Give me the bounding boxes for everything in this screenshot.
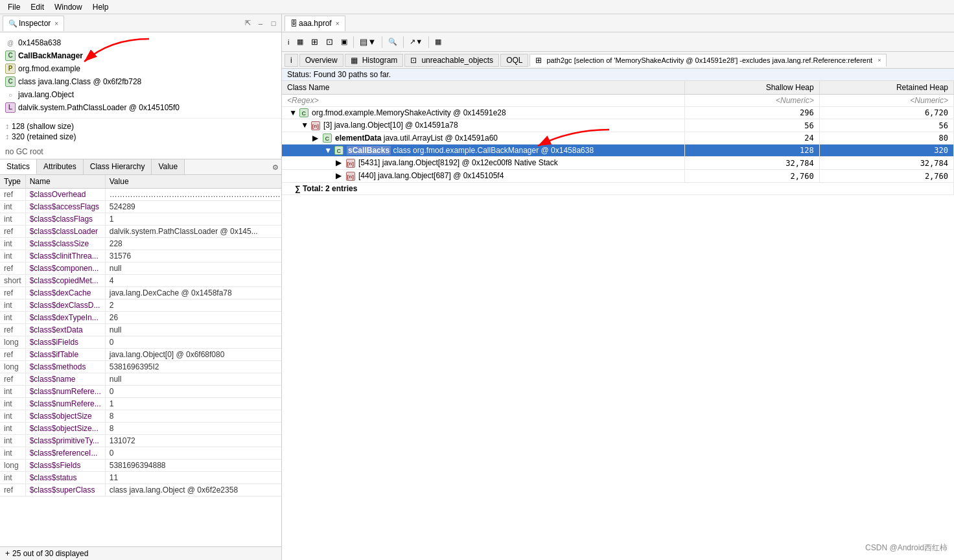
tree-toggle[interactable]: ▶: [336, 171, 343, 180]
maximize-btn[interactable]: □: [268, 18, 279, 29]
table-row[interactable]: ▶ [n] [440] java.lang.Object[687] @ 0x14…: [282, 170, 954, 183]
table-row[interactable]: int $class$referenceI... 0: [0, 447, 281, 460]
cell-value: 1: [105, 398, 281, 410]
tab-attributes[interactable]: Attributes: [37, 159, 84, 174]
tree-toggle[interactable]: ▶: [336, 158, 343, 167]
toolbar-leak-btn[interactable]: ▣: [338, 35, 351, 49]
table-row[interactable]: long $class$methods 5381696395I2: [0, 361, 281, 373]
tab-statics[interactable]: Statics: [0, 159, 37, 174]
tab-class-hierarchy[interactable]: Class Hierarchy: [84, 159, 152, 174]
toolbar-consumers-btn[interactable]: ⊡: [323, 35, 336, 49]
cell-name: $class$copiedMet...: [25, 275, 105, 287]
inspector-classref: class java.lang.Class @ 0x6f2fb728: [18, 77, 141, 86]
tree-toggle[interactable]: ▶: [312, 134, 320, 143]
table-row[interactable]: ▼ [n] [3] java.lang.Object[10] @ 0x14591…: [282, 119, 954, 132]
expand-icon[interactable]: +: [5, 549, 10, 558]
toolbar-inspector-btn[interactable]: i: [285, 35, 292, 49]
cell-retained: 80: [819, 132, 953, 145]
table-row[interactable]: ▶ C elementData java.util.ArrayList @ 0x…: [282, 132, 954, 145]
toolbar-chart-btn[interactable]: ▦: [432, 35, 445, 49]
numeric-cell-2[interactable]: <Numeric>: [819, 95, 953, 107]
table-row[interactable]: int $class$clinitThrea... 31576: [0, 250, 281, 262]
cell-type: long: [0, 460, 25, 472]
table-settings-icon[interactable]: ⚙: [272, 163, 279, 171]
sub-tab-overview[interactable]: Overview: [299, 54, 343, 67]
table-row[interactable]: int $class$classSize 228: [0, 238, 281, 250]
table-row[interactable]: int $class$dexClassD... 2: [0, 299, 281, 312]
table-row[interactable]: ref $class$superClass class java.lang.Ob…: [0, 484, 281, 496]
table-row[interactable]: int $class$accessFlags 524289: [0, 201, 281, 213]
sub-tab-path2gc[interactable]: ⊞ path2gc [selection of 'MemoryShakeActi…: [529, 54, 887, 67]
cell-value: 228: [105, 238, 281, 250]
toolbar-histogram-btn[interactable]: ▦: [294, 35, 307, 49]
menu-window[interactable]: Window: [49, 1, 87, 13]
toolbar-dropdown1-btn[interactable]: ▤▼: [356, 35, 379, 49]
sub-tab-histogram[interactable]: ▦ Histogram: [345, 54, 404, 67]
table-row[interactable]: int $class$classFlags 1: [0, 213, 281, 226]
hprof-tab[interactable]: 🗄 aaa.hprof ×: [285, 16, 345, 31]
menu-help[interactable]: Help: [87, 1, 114, 13]
table-row[interactable]: ▼ C org.fmod.example.MemoryShakeActivity…: [282, 107, 954, 119]
cell-type: ref: [0, 262, 25, 275]
table-row[interactable]: int $class$dexTypeIn... 26: [0, 312, 281, 324]
toolbar-dominator-btn[interactable]: ⊞: [308, 35, 321, 49]
table-row[interactable]: int $class$numRefere... 0: [0, 386, 281, 398]
path2gc-close[interactable]: ×: [878, 57, 881, 64]
inspector-object: java.lang.Object: [18, 90, 74, 99]
class-icon: C: [334, 146, 343, 155]
tree-toggle[interactable]: ▼: [301, 121, 308, 130]
total-label: ∑ Total: 2 entries: [282, 183, 954, 195]
minimize-btn[interactable]: ⇱: [242, 18, 253, 29]
table-row[interactable]: ref $classOverhead …………………………………………………………: [0, 189, 281, 201]
inspector-loader-row[interactable]: L dalvik.system.PathClassLoader @ 0x1451…: [5, 101, 276, 114]
table-row[interactable]: long $class$iFields 0: [0, 336, 281, 349]
hprof-tab-close[interactable]: ×: [336, 20, 340, 27]
table-row[interactable]: ref $class$classLoader dalvik.system.Pat…: [0, 226, 281, 238]
table-row[interactable]: ref $class$extData null: [0, 324, 281, 336]
statics-table-container[interactable]: Type Name Value ref $classOverhead ………………: [0, 175, 281, 546]
table-row[interactable]: ref $class$componen... null: [0, 262, 281, 275]
right-table: Class Name Shallow Heap Retained Heap <R…: [282, 81, 954, 195]
numeric-cell-1[interactable]: <Numeric>: [685, 95, 819, 107]
menu-file[interactable]: File: [3, 1, 25, 13]
table-row[interactable]: ref $class$ifTable java.lang.Object[0] @…: [0, 349, 281, 361]
table-row[interactable]: ref $class$dexCache java.lang.DexCache @…: [0, 287, 281, 299]
table-row[interactable]: ref $class$name null: [0, 373, 281, 386]
restore-btn[interactable]: –: [255, 18, 266, 29]
table-row[interactable]: long $class$sFields 5381696394888: [0, 460, 281, 472]
menu-edit[interactable]: Edit: [25, 1, 49, 13]
tree-toggle[interactable]: ▼: [324, 146, 332, 155]
right-table-container[interactable]: Class Name Shallow Heap Retained Heap <R…: [282, 81, 954, 560]
sub-tab-oql[interactable]: OQL: [500, 54, 528, 67]
table-row[interactable]: int $class$status 11: [0, 472, 281, 484]
cell-value: 11: [105, 472, 281, 484]
inspector-tab-close[interactable]: ×: [54, 20, 58, 27]
tab-value[interactable]: Value: [152, 159, 185, 174]
cell-name: $class$extData: [25, 324, 105, 336]
inspector-package-row[interactable]: P org.fmod.example: [5, 62, 276, 75]
array-icon: [n]: [346, 172, 355, 181]
tree-toggle[interactable]: ▼: [289, 108, 297, 117]
table-row[interactable]: int $class$numRefere... 1: [0, 398, 281, 410]
table-row[interactable]: ▶ [n] [5431] java.lang.Object[8192] @ 0x…: [282, 157, 954, 170]
cell-retained: 6,720: [819, 107, 953, 119]
regex-cell[interactable]: <Regex>: [282, 95, 685, 107]
sub-tabs: i Overview ▦ Histogram ⊡ unreachable_obj…: [282, 52, 954, 69]
status-bar: Status: Found 30 paths so far.: [282, 69, 954, 81]
table-row[interactable]: ▼ C sCallBacks class org.fmod.example.Ca…: [282, 145, 954, 157]
sub-tab-unreachable[interactable]: ⊡ unreachable_objects: [404, 54, 499, 67]
inspector-tab[interactable]: 🔍 Inspector ×: [3, 16, 64, 31]
cell-type: int: [0, 213, 25, 226]
inspector-class-row[interactable]: C CallBackManager: [5, 49, 276, 62]
inspector-classref-row[interactable]: C class java.lang.Class @ 0x6f2fb728: [5, 75, 276, 88]
table-row[interactable]: int $class$primitiveTy... 131072: [0, 435, 281, 447]
inspector-object-row[interactable]: ○ java.lang.Object: [5, 88, 276, 101]
cell-value: java.lang.Object[0] @ 0x6f68f080: [105, 349, 281, 361]
table-row[interactable]: int $class$objectSize... 8: [0, 423, 281, 435]
toolbar-open-btn[interactable]: ↗▼: [406, 35, 426, 49]
table-row[interactable]: int $class$objectSize 8: [0, 410, 281, 423]
sub-tab-inspector[interactable]: i: [285, 54, 298, 67]
toolbar-search-btn[interactable]: 🔍: [385, 35, 401, 49]
cell-value: 0: [105, 447, 281, 460]
table-row[interactable]: short $class$copiedMet... 4: [0, 275, 281, 287]
